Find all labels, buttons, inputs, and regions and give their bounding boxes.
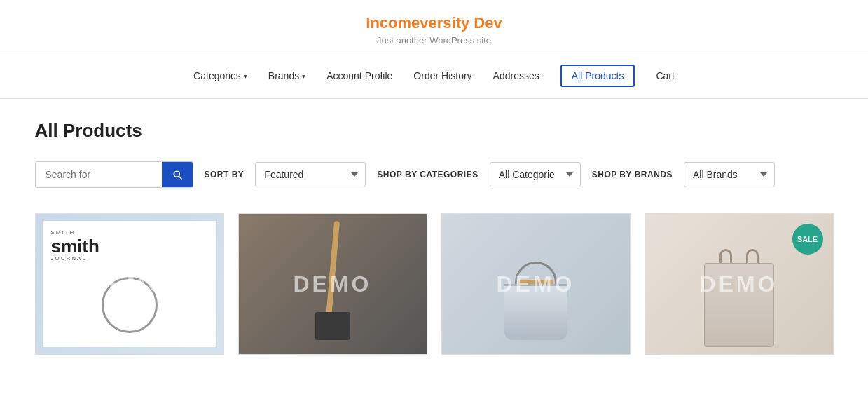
filters-bar: SORT BY Featured Price: Low to High Pric… <box>35 161 834 188</box>
product-image: DEMO SALE <box>645 214 833 354</box>
nav-item-cart[interactable]: Cart <box>656 70 674 81</box>
chevron-down-icon: ▾ <box>302 72 305 80</box>
search-button[interactable] <box>162 162 193 187</box>
search-wrapper <box>35 161 193 188</box>
product-demo-watermark: DEMO <box>497 271 575 297</box>
product-brand: smith <box>51 229 76 236</box>
sale-badge: SALE <box>792 224 823 255</box>
brands-label: SHOP BY BRANDS <box>592 170 673 180</box>
broom-head <box>315 312 350 340</box>
site-title[interactable]: Incomeversity Dev <box>366 14 502 32</box>
nav-label-cart: Cart <box>656 70 674 81</box>
nav-item-all-products[interactable]: All Products <box>560 65 635 87</box>
site-tagline: Just another WordPress site <box>0 35 868 46</box>
categories-select[interactable]: All Categorie Books Tools Kitchen Storag… <box>490 162 581 187</box>
product-card[interactable]: smith smith JOURNAL DEMO <box>35 213 224 355</box>
product-demo-watermark: DEMO <box>294 271 372 297</box>
product-title-large: smith <box>51 237 99 255</box>
product-card[interactable]: DEMO <box>441 213 631 355</box>
product-card[interactable]: DEMO SALE <box>645 213 834 355</box>
site-header: Incomeversity Dev Just another WordPress… <box>0 0 868 53</box>
nav-item-addresses[interactable]: Addresses <box>493 70 539 81</box>
sort-by-label: SORT BY <box>205 170 244 180</box>
main-nav: Categories ▾ Brands ▾ Account Profile Or… <box>0 53 868 99</box>
product-demo-watermark: DEMO <box>90 271 169 297</box>
nav-label-account-profile: Account Profile <box>326 70 392 81</box>
product-image: DEMO <box>239 214 427 354</box>
sort-by-select[interactable]: Featured Price: Low to High Price: High … <box>255 162 366 187</box>
nav-item-categories[interactable]: Categories ▾ <box>193 70 247 81</box>
page-title: All Products <box>35 120 834 142</box>
nav-label-brands: Brands <box>268 70 299 81</box>
chevron-down-icon: ▾ <box>244 72 247 80</box>
nav-label-categories: Categories <box>193 70 241 81</box>
search-icon <box>172 169 183 180</box>
nav-item-order-history[interactable]: Order History <box>413 70 471 81</box>
nav-label-order-history: Order History <box>413 70 471 81</box>
broom-stick <box>325 221 339 319</box>
nav-item-brands[interactable]: Brands ▾ <box>268 70 305 81</box>
product-image: DEMO <box>442 214 630 354</box>
search-input[interactable] <box>36 162 162 187</box>
product-demo-bg: DEMO <box>239 214 427 354</box>
product-demo-bg: smith smith JOURNAL DEMO <box>36 214 223 354</box>
products-grid: smith smith JOURNAL DEMO DEMO <box>35 213 834 355</box>
product-card[interactable]: DEMO <box>238 213 427 355</box>
product-demo-watermark: DEMO <box>700 271 778 297</box>
brands-select[interactable]: All Brands Smith Journal Home & Co <box>684 162 775 187</box>
product-demo-bg: DEMO <box>442 214 630 354</box>
nav-label-all-products: All Products <box>572 70 624 81</box>
nav-label-addresses: Addresses <box>493 70 539 81</box>
product-journal: JOURNAL <box>51 255 87 262</box>
nav-item-account-profile[interactable]: Account Profile <box>326 70 392 81</box>
categories-label: SHOP BY CATEGORIES <box>377 170 478 180</box>
product-image: smith smith JOURNAL DEMO <box>36 214 223 354</box>
page-content: All Products SORT BY Featured Price: Low… <box>21 99 848 376</box>
